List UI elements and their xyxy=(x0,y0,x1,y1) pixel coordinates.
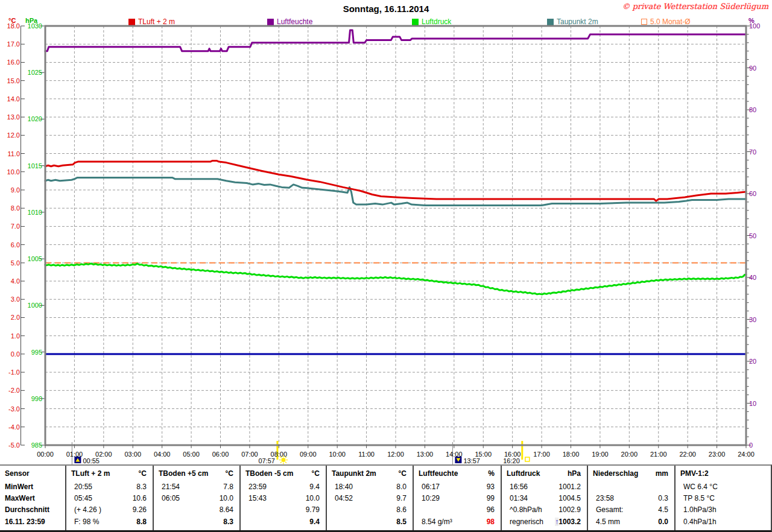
sunset-time-label: 16:20 xyxy=(503,457,520,464)
cell-value: 1002.9 xyxy=(558,505,581,514)
table-cell: 9.4 xyxy=(241,515,326,528)
cell-time: 23:59 xyxy=(248,483,267,491)
table-cell: Gesamt:4.5 xyxy=(588,504,674,515)
sensor-unit: % xyxy=(488,469,495,478)
sensor-unit: °C xyxy=(139,469,147,478)
table-sensor-column: LuftdruckhPa16:561001.201:341004.5^0.8hP… xyxy=(501,466,587,530)
cell-time: Gesamt: xyxy=(596,505,623,514)
cell-value: 99 xyxy=(487,494,495,502)
table-cell: 01:341004.5 xyxy=(502,492,587,504)
pressure-axis xyxy=(40,26,45,445)
humidity-tick-label: 30 xyxy=(749,316,756,323)
cell-value: 10.6 xyxy=(133,494,147,502)
table-cell: 0.4hPa/1h xyxy=(676,515,771,528)
temp-tick-label: 14.0 xyxy=(7,95,20,103)
table-sensor-column: TBoden -5 cm°C23:599.415:4310.09.799.4 xyxy=(239,466,326,530)
humidity-tick-label: 10 xyxy=(749,400,756,407)
table-cell: 06:0510.0 xyxy=(154,492,239,504)
table-cell: 21:547.8 xyxy=(154,481,239,492)
table-cell: 23:580.3 xyxy=(588,492,674,504)
humidity-tick-label: 90 xyxy=(749,65,756,72)
table-sensor-column: Niederschlagmm23:580.3Gesamt:4.54.5 mm0.… xyxy=(587,466,674,530)
table-header-cell: TBoden +5 cm°C xyxy=(154,466,239,481)
table-cell: 8.5 xyxy=(327,515,413,528)
temp-tick-label: 2.0 xyxy=(11,314,20,321)
table-sensor-column: TBoden +5 cm°C21:547.806:0510.08.648.3 xyxy=(153,466,239,530)
table-sensor-column: Luftfeuchte%06:179310:2999968.54 g/m³98 xyxy=(413,466,501,530)
cell-value: 10.0 xyxy=(306,494,320,502)
stats-table: SensorMinWertMaxWertDurchschnitt16.11. 2… xyxy=(0,464,772,532)
table-header-cell: Luftfeuchte% xyxy=(414,466,501,481)
hour-label: 06:00 xyxy=(212,451,229,458)
table-sensor-column: Taupunkt 2m°C18:408.004:529.78.68.5 xyxy=(326,466,413,530)
temp-tick-label: 5.0 xyxy=(11,259,20,267)
cell-value: 9.26 xyxy=(133,505,147,514)
cell-value: 1004.5 xyxy=(558,494,581,502)
pressure-tick-label: 990 xyxy=(31,395,42,402)
humidity-tick-label: 70 xyxy=(749,148,756,156)
table-row-label: Sensor xyxy=(0,466,65,481)
cell-value: ↑1003.2 xyxy=(555,518,581,526)
pressure-tick-label: 1025 xyxy=(28,69,42,76)
pressure-tick-label: 1010 xyxy=(28,209,42,216)
sun-icon xyxy=(281,458,285,462)
hour-label: 22:00 xyxy=(679,451,696,458)
table-cell: ^0.8hPa/h1002.9 xyxy=(502,504,587,515)
time-axis-labels: 00:0001:0002:0003:0004:0005:0006:0007:00… xyxy=(37,451,755,458)
cell-value: 8.0 xyxy=(396,483,407,491)
hour-label: 07:00 xyxy=(241,451,258,458)
table-cell: 04:529.7 xyxy=(327,492,413,504)
humidity-tick-label: 80 xyxy=(749,106,756,113)
cell-time: regnerisch xyxy=(510,518,543,526)
table-cell: 8.6 xyxy=(327,504,413,515)
temp-tick-label: 13.0 xyxy=(7,113,20,121)
hour-label: 20:00 xyxy=(621,451,638,458)
hour-label: 13:00 xyxy=(417,451,434,458)
humidity-tick-label: 40 xyxy=(749,274,756,281)
cell-time: TP 8.5 °C xyxy=(683,494,715,502)
pressure-axis-labels: 1030102510201015101010051000995990985 xyxy=(28,22,42,449)
hour-label: 18:00 xyxy=(563,451,580,458)
sensor-name: TBoden -5 cm xyxy=(245,469,293,478)
table-cell: WC 6.4 °C xyxy=(676,481,771,492)
hour-label: 12:00 xyxy=(387,451,404,458)
table-cell: 15:4310.0 xyxy=(241,492,326,504)
cell-time: 01:34 xyxy=(510,494,528,502)
gridlines xyxy=(45,26,746,445)
table-cell xyxy=(588,481,674,492)
table-row-label: Durchschnitt xyxy=(0,504,65,515)
sunrise-time-label: 07:57 xyxy=(258,457,275,464)
temp-tick-label: 1.0 xyxy=(11,332,20,340)
temp-tick-label: 9.0 xyxy=(11,186,20,194)
table-sensor-column: PMV-1:2WC 6.4 °CTP 8.5 °C1.0hPa/3h0.4hPa… xyxy=(674,466,771,530)
table-cell: 8.64 xyxy=(154,504,239,515)
cell-time: 0.4hPa/1h xyxy=(683,518,717,526)
cell-value: 1001.2 xyxy=(558,483,581,491)
table-cell: 18:408.0 xyxy=(327,481,413,492)
temp-tick-label: -5.0 xyxy=(8,442,20,449)
sensor-name: TLuft + 2 m xyxy=(71,469,110,478)
temp-tick-label: 4.0 xyxy=(11,277,20,285)
temp-tick-label: 10.0 xyxy=(7,168,20,176)
humidity-tick-label: 60 xyxy=(749,190,756,197)
table-cell: 9.79 xyxy=(241,504,326,515)
cell-time: (+ 4.26 ) xyxy=(74,505,101,514)
table-header-cell: LuftdruckhPa xyxy=(502,466,587,481)
temp-tick-label: 17.0 xyxy=(7,40,20,48)
temp-tick-label: 11.0 xyxy=(7,150,20,157)
cell-time: ^0.8hPa/h xyxy=(510,505,542,514)
temp-tick-label: 0.0 xyxy=(11,350,20,358)
hour-label: 04:00 xyxy=(154,451,171,458)
temp-tick-label: 15.0 xyxy=(7,77,20,84)
table-cell: 20:558.3 xyxy=(66,481,153,492)
sensor-name: Luftdruck xyxy=(507,469,540,478)
humidity-tick-label: 100 xyxy=(749,22,760,30)
hour-label: 11:00 xyxy=(358,451,375,458)
cell-time: 18:40 xyxy=(335,483,353,491)
cell-value: 8.6 xyxy=(396,505,407,514)
table-row-label: MaxWert xyxy=(0,492,65,504)
cell-value: 0.0 xyxy=(658,518,668,526)
weather-station-page: Sonntag, 16.11.2014 © private Wetterstat… xyxy=(0,0,772,532)
moon-time-label: 13:57 xyxy=(463,457,480,464)
cell-time: WC 6.4 °C xyxy=(683,483,718,491)
